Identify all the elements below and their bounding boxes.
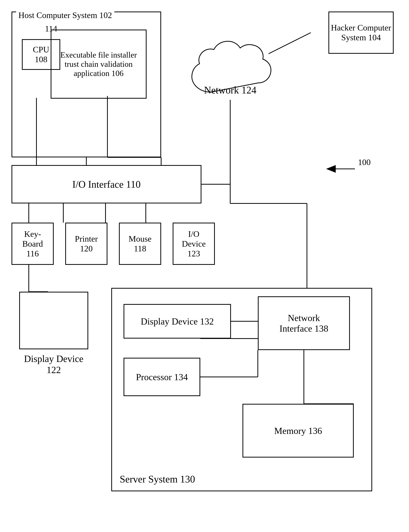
printer-label: Printer120 [75, 234, 98, 254]
device-row: Key-Board116 Printer120 Mouse118 I/ODevi… [11, 223, 215, 265]
app-label: Executable file installer trust chain va… [55, 50, 142, 78]
server-system-box: Server System 130 Display Device 132 Net… [111, 288, 372, 491]
host-system-box: Host Computer System 102 CPU108 114 Exec… [11, 11, 161, 157]
io-interface-box: I/O Interface 110 [11, 165, 201, 203]
network-interface-label: NetworkInterface 138 [279, 313, 328, 334]
arrow-100-text: 100 [358, 157, 371, 167]
io-device-box: I/ODevice123 [173, 223, 215, 265]
io-interface-label: I/O Interface 110 [72, 179, 141, 190]
display-132-box: Display Device 132 [123, 304, 231, 339]
keyboard-box: Key-Board116 [11, 223, 54, 265]
io-device-label: I/ODevice123 [182, 229, 206, 258]
network-label: Network 124 [200, 85, 261, 96]
network-interface-box: NetworkInterface 138 [258, 296, 350, 350]
memory-box: Memory 136 [242, 404, 354, 457]
display-132-label: Display Device 132 [141, 316, 214, 327]
svg-marker-20 [326, 165, 336, 173]
server-label: Server System 130 [120, 474, 195, 485]
mouse-box: Mouse118 [119, 223, 161, 265]
host-system-label: Host Computer System 102 [16, 10, 114, 20]
hacker-system-box: Hacker Computer System 104 [328, 11, 394, 54]
display-122-container: Display Device122 [11, 292, 96, 399]
cpu-label: CPU108 [33, 45, 49, 64]
network-cloud: Network 124 [180, 31, 280, 104]
processor-label: Processor 134 [136, 372, 188, 382]
display-122-screen [19, 292, 88, 349]
app-container-114: Executable file installer trust chain va… [51, 29, 147, 99]
arrow-100-label: 100 [358, 157, 371, 167]
keyboard-label: Key-Board116 [22, 229, 43, 258]
processor-box: Processor 134 [123, 358, 200, 396]
memory-label: Memory 136 [274, 426, 322, 436]
hacker-label: Hacker Computer System 104 [329, 23, 393, 42]
display-122-label: Display Device122 [24, 353, 84, 375]
printer-box: Printer120 [65, 223, 107, 265]
mouse-label: Mouse118 [129, 234, 152, 254]
